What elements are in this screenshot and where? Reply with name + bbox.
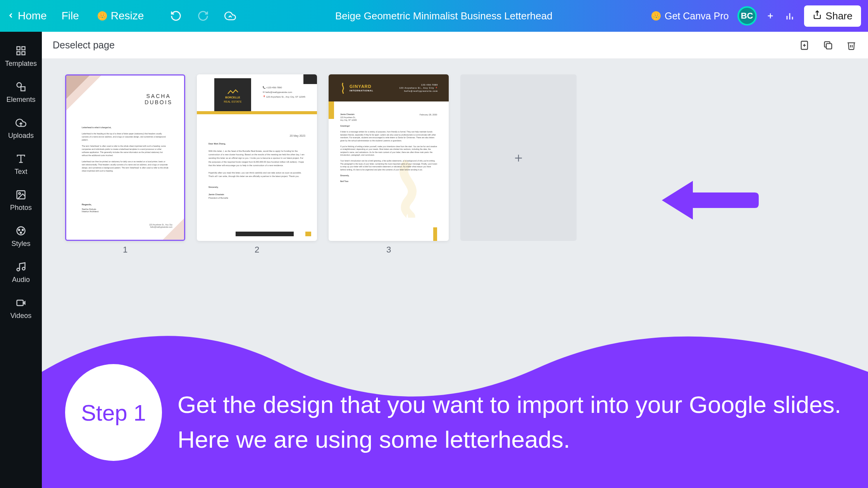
share-label: Share	[826, 10, 852, 22]
chevron-left-icon	[7, 10, 15, 22]
letterhead-header: GINYARD INTERNATIONAL 123-456-7890 123 A…	[329, 74, 449, 101]
decoration-bar	[305, 232, 311, 236]
styles-icon	[14, 224, 28, 237]
subbar: Deselect page	[42, 32, 868, 59]
svg-point-20	[20, 232, 22, 234]
elements-icon	[14, 80, 28, 93]
get-pro-button[interactable]: 👑 Get Canva Pro	[651, 10, 728, 22]
page-thumb-3[interactable]: GINYARD INTERNATIONAL 123-456-7890 123 A…	[329, 74, 449, 241]
grid-view: SACHA DUBOIS Letterhead is what it charg…	[42, 59, 868, 270]
templates-icon	[14, 44, 28, 57]
sidebar-item-photos[interactable]: Photos	[0, 182, 42, 218]
page-thumb-2[interactable]: BORCELLE REAL ESTATE 📞 +123-456-7890 ✉ h…	[197, 74, 317, 241]
topbar-left: Home File 👑 Resize	[7, 10, 236, 22]
home-label: Home	[18, 10, 47, 22]
share-button[interactable]: Share	[804, 5, 861, 27]
document-title[interactable]: Beige Geometric Minimalist Business Lett…	[236, 10, 651, 22]
letterhead-body: Letterhead is what it charged at, Letter…	[82, 126, 169, 172]
sidebar-label: Elements	[6, 96, 35, 104]
resize-button[interactable]: 👑 Resize	[98, 10, 144, 22]
svg-rect-11	[21, 87, 25, 91]
annotation-arrow	[654, 173, 759, 229]
resize-label: Resize	[111, 10, 144, 22]
undo-icon[interactable]	[170, 10, 182, 22]
page-thumb-2-wrapper: BORCELLE REAL ESTATE 📞 +123-456-7890 ✉ h…	[197, 74, 317, 255]
toolbar-icons	[170, 10, 236, 22]
sidebar-label: Templates	[5, 60, 37, 68]
sidebar-label: Text	[14, 168, 27, 176]
photos-icon	[14, 188, 28, 201]
sidebar-label: Styles	[11, 240, 30, 248]
page-number: 2	[255, 245, 259, 255]
svg-rect-8	[17, 52, 20, 55]
svg-rect-6	[17, 47, 20, 50]
svg-point-21	[17, 268, 20, 271]
sidebar-item-elements[interactable]: Elements	[0, 74, 42, 110]
insights-icon[interactable]	[784, 10, 796, 22]
svg-rect-23	[17, 300, 23, 306]
step-text: Get the design that you want to import i…	[177, 387, 849, 457]
page-thumb-1-wrapper: SACHA DUBOIS Letterhead is what it charg…	[65, 74, 185, 255]
sidebar-label: Photos	[10, 204, 32, 212]
sidebar-label: Uploads	[8, 132, 34, 140]
step-badge: Step 1	[65, 364, 162, 461]
decoration-block	[303, 74, 317, 84]
deselect-page-button[interactable]: Deselect page	[53, 40, 115, 51]
svg-rect-28	[826, 43, 832, 49]
svg-point-18	[19, 229, 20, 231]
add-page-button[interactable]: ＋	[460, 74, 577, 241]
subbar-actions	[799, 40, 857, 51]
redo-icon[interactable]	[197, 10, 209, 22]
decoration-stripe	[329, 101, 334, 119]
sidebar-item-templates[interactable]: Templates	[0, 38, 42, 74]
svg-rect-9	[22, 52, 25, 55]
sidebar-item-videos[interactable]: Videos	[0, 290, 42, 326]
page-thumb-3-wrapper: GINYARD INTERNATIONAL 123-456-7890 123 A…	[329, 74, 449, 255]
delete-page-icon[interactable]	[846, 40, 857, 51]
svg-point-19	[22, 229, 24, 231]
text-icon	[14, 152, 28, 165]
decoration-stripe	[197, 111, 317, 114]
add-member-icon[interactable]	[765, 11, 775, 21]
videos-icon	[14, 296, 28, 309]
cloud-sync-icon[interactable]	[224, 10, 236, 22]
audio-icon	[14, 260, 28, 273]
main-area: Deselect page SACHA DUBOIS Letter	[42, 32, 868, 488]
sidebar-item-text[interactable]: Text	[0, 146, 42, 182]
home-button[interactable]: Home	[7, 10, 47, 22]
sidebar-item-styles[interactable]: Styles	[0, 218, 42, 254]
duplicate-page-icon[interactable]	[822, 40, 834, 51]
contact-block: 📞 +123-456-7890 ✉ hello@reallygreatsite.…	[263, 85, 305, 99]
page-number: 3	[386, 245, 391, 255]
decoration-bar	[236, 232, 294, 236]
decoration-triangle	[66, 76, 90, 99]
letterhead-body: Dear Matt Zhang, With this letter, I, as…	[208, 142, 305, 200]
sidebar-label: Videos	[10, 312, 32, 320]
file-menu[interactable]: File	[62, 10, 79, 22]
sidebar-label: Audio	[12, 276, 30, 284]
letterhead-body: Jamie Chastain 123 Anywhere St., Any Cit…	[340, 113, 437, 183]
page-number: 1	[123, 245, 127, 255]
uploads-icon	[14, 116, 28, 129]
topbar-right: 👑 Get Canva Pro BC Share	[651, 5, 861, 27]
svg-rect-7	[22, 47, 25, 50]
add-page-icon[interactable]	[799, 40, 811, 51]
sidebar-item-audio[interactable]: Audio	[0, 254, 42, 290]
letter-date: 20 May 2023	[290, 134, 305, 137]
topbar: Home File 👑 Resize Beige Geometric Minim…	[0, 0, 868, 32]
svg-point-22	[22, 267, 25, 270]
sidebar: Templates Elements Uploads Text Photos S…	[0, 32, 42, 488]
crown-icon: 👑	[98, 11, 107, 21]
tutorial-overlay: Step 1 Get the design that you want to i…	[42, 325, 868, 488]
decoration-triangle	[163, 218, 184, 240]
avatar[interactable]: BC	[737, 6, 757, 26]
sidebar-item-uploads[interactable]: Uploads	[0, 110, 42, 146]
plus-icon: ＋	[512, 149, 525, 167]
letterhead-name: SACHA DUBOIS	[145, 93, 172, 105]
letterhead-signature: Regards, Sacha Dubois Interior Architect	[82, 203, 98, 213]
page-thumb-1[interactable]: SACHA DUBOIS Letterhead is what it charg…	[65, 74, 185, 241]
svg-point-16	[19, 192, 21, 194]
brand-logo: BORCELLE REAL ESTATE	[214, 78, 251, 113]
decoration-bar	[433, 227, 437, 241]
pro-label: Get Canva Pro	[665, 10, 728, 22]
